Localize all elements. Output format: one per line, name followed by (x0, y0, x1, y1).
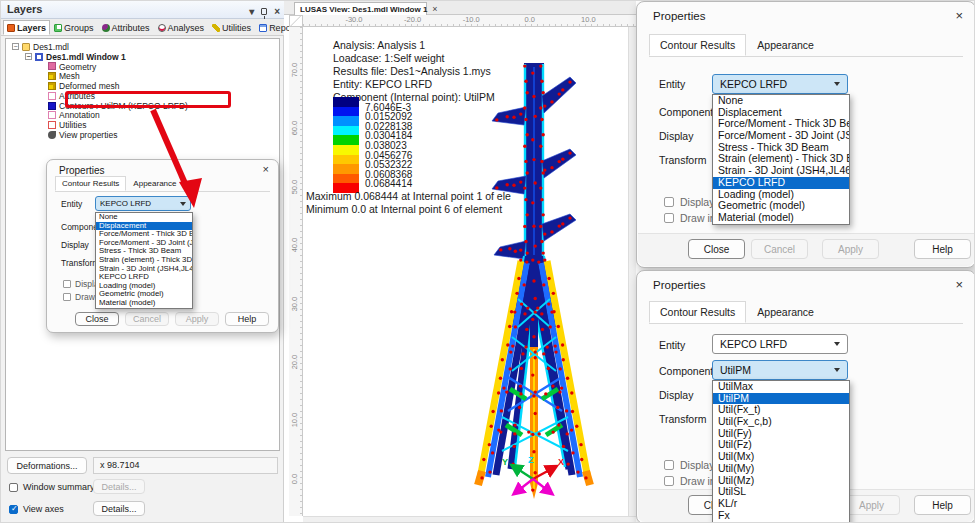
help-button[interactable]: Help (225, 312, 269, 326)
tree-item[interactable]: − Des1.mdl (10, 42, 279, 52)
dropdown-option[interactable]: Displacement (96, 222, 192, 231)
tree-item[interactable]: Annotation (10, 111, 279, 121)
tree-item[interactable]: Geometry (10, 62, 279, 72)
apply-button[interactable]: Apply (175, 312, 219, 326)
dropdown-option[interactable]: KL/r (713, 498, 849, 510)
display-on-checkbox[interactable] (63, 280, 71, 288)
display-on-checkbox[interactable] (664, 460, 674, 470)
dropdown-option[interactable]: Util(Fz) (713, 439, 849, 451)
dropdown-option[interactable]: Force/Moment - 3D Joint (JSH4 (96, 239, 192, 248)
dropdown-option[interactable]: Util(Fx_t) (713, 404, 849, 416)
close-icon[interactable]: × (274, 3, 280, 20)
tree-item[interactable]: − Des1.mdl Window 1 (10, 52, 279, 62)
dropdown-option[interactable]: Geometric (model) (96, 290, 192, 299)
draw-in-checkbox[interactable] (63, 293, 71, 301)
view-tab[interactable]: LUSAS View: Des1.mdl Window 1 × (294, 2, 427, 15)
panel-tab[interactable]: Layers (3, 20, 50, 35)
cancel-button[interactable]: Cancel (751, 239, 808, 259)
tree-item[interactable]: View properties (10, 130, 279, 140)
dropdown-option[interactable]: UtilPM (713, 393, 849, 405)
tree-expander[interactable] (38, 122, 45, 129)
tree-expander[interactable] (38, 92, 45, 99)
horizontal-scrollbar[interactable] (303, 516, 636, 523)
dropdown-option[interactable]: Strain (element) - Thick 3D Bea (713, 153, 849, 165)
tower-contour-plot: Y X Z (466, 59, 606, 504)
dropdown-option[interactable]: None (96, 213, 192, 222)
entity-combobox[interactable]: KEPCO LRFD (95, 196, 191, 211)
vertical-scrollbar[interactable] (628, 27, 636, 516)
component-combobox[interactable]: UtilPM (712, 360, 848, 380)
dropdown-option[interactable]: Force/Moment - Thick 3D Beam (96, 230, 192, 239)
entity-combobox[interactable]: KEPCO LRFD (712, 74, 848, 94)
tree-item[interactable]: Deformed mesh (10, 81, 279, 91)
dropdown-option[interactable]: Loading (model) (713, 189, 849, 201)
view-axes-checkbox[interactable] (9, 505, 18, 514)
dropdown-option[interactable]: Util(Mx) (713, 451, 849, 463)
tree-expander[interactable] (38, 102, 45, 109)
panel-tab[interactable]: Analyses (154, 20, 209, 35)
dropdown-option[interactable]: Util(Fx_c,b) (713, 416, 849, 428)
dropdown-option[interactable]: Fx (713, 510, 849, 522)
legend-swatch (333, 174, 359, 184)
dropdown-option[interactable]: UtilMax (713, 381, 849, 393)
display-on-checkbox[interactable] (664, 197, 674, 207)
tab-appearance[interactable]: Appearance (126, 176, 183, 191)
dropdown-option[interactable]: Util(Fy) (713, 428, 849, 440)
dropdown-option[interactable]: Material (model) (713, 212, 849, 224)
dropdown-option[interactable]: UtilSL (713, 486, 849, 498)
apply-button[interactable]: Apply (822, 239, 879, 259)
close-icon[interactable]: × (263, 163, 269, 175)
dropdown-option[interactable]: Material (model) (96, 299, 192, 308)
close-icon[interactable]: × (955, 8, 963, 23)
window-summary-details-button[interactable]: Details... (93, 479, 145, 494)
dropdown-option[interactable]: Util(Mz) (713, 475, 849, 487)
tree-expander[interactable]: − (25, 53, 32, 60)
help-button[interactable]: Help (914, 239, 971, 259)
close-icon[interactable]: × (955, 277, 963, 292)
dropdown-option[interactable]: Stress - Thick 3D Beam (713, 142, 849, 154)
panel-tab[interactable]: Attributes (98, 20, 154, 35)
deformations-button[interactable]: Deformations... (7, 457, 87, 474)
dropdown-option[interactable]: Force/Moment - 3D Joint (JSH4 (713, 130, 849, 142)
tree-expander[interactable] (38, 83, 45, 90)
dropdown-option[interactable]: Strain - 3D Joint (JSH4,JL46) (713, 165, 849, 177)
tab-contour-results[interactable]: Contour Results (55, 176, 126, 191)
dropdown-option[interactable]: Loading (model) (96, 282, 192, 291)
dropdown-option[interactable]: KEPCO LRFD (713, 177, 849, 189)
tree-item[interactable]: Mesh (10, 71, 279, 81)
tab-appearance[interactable]: Appearance (746, 301, 825, 323)
view-axes-details-button[interactable]: Details... (93, 501, 145, 516)
tree-expander[interactable] (38, 73, 45, 80)
tab-contour-results[interactable]: Contour Results (649, 301, 746, 323)
tree-item[interactable]: Utilities (10, 120, 279, 130)
close-button[interactable]: Close (688, 239, 745, 259)
chevron-down-icon[interactable]: ▾ (249, 3, 254, 20)
dropdown-option[interactable]: Force/Moment - Thick 3D Beam (713, 118, 849, 130)
tab-contour-results[interactable]: Contour Results (649, 34, 746, 56)
panel-tab[interactable]: Utilities (208, 20, 255, 35)
dropdown-option[interactable]: Util(My) (713, 463, 849, 475)
draw-in-checkbox[interactable] (664, 476, 674, 486)
panel-tab[interactable]: Groups (50, 20, 98, 35)
draw-in-checkbox[interactable] (664, 213, 674, 223)
close-button[interactable]: Close (75, 312, 119, 326)
tree-expander[interactable] (38, 132, 45, 139)
dropdown-option[interactable]: Geometric (model) (713, 200, 849, 212)
dropdown-option[interactable]: None (713, 95, 849, 107)
tree-expander[interactable] (38, 112, 45, 119)
tree-expander[interactable] (38, 63, 45, 70)
dropdown-option[interactable]: Strain (element) - Thick 3D Bea (96, 256, 192, 265)
cancel-button[interactable]: Cancel (125, 312, 169, 326)
dropdown-option[interactable]: Strain - 3D Joint (JSH4,JL46) (96, 265, 192, 274)
close-icon[interactable]: × (432, 4, 437, 14)
dropdown-option[interactable]: KEPCO LRFD (96, 273, 192, 282)
dropdown-option[interactable]: Displacement (713, 107, 849, 119)
window-summary-checkbox[interactable] (9, 483, 18, 492)
entity-combobox[interactable]: KEPCO LRFD (712, 334, 848, 354)
dropdown-option[interactable]: Stress - Thick 3D Beam (96, 247, 192, 256)
pin-icon[interactable] (261, 8, 267, 15)
tab-appearance[interactable]: Appearance (746, 34, 825, 56)
apply-button[interactable]: Apply (843, 495, 900, 515)
help-button[interactable]: Help (914, 495, 971, 515)
tree-expander[interactable]: − (12, 43, 19, 50)
